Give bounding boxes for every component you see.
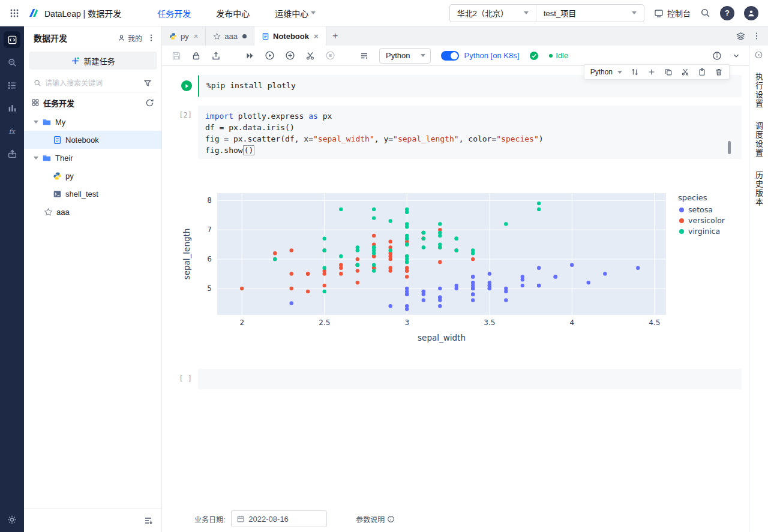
task-queue-icon[interactable] xyxy=(4,77,20,94)
search-input[interactable] xyxy=(45,79,140,88)
avatar[interactable] xyxy=(744,6,758,20)
new-tab-button[interactable]: + xyxy=(326,26,344,46)
collapse-toolbar-icon[interactable] xyxy=(732,52,740,60)
cut-cell-icon[interactable] xyxy=(305,51,315,61)
data-explore-icon[interactable] xyxy=(4,54,20,71)
tree-label: shell_test xyxy=(65,190,98,199)
runtime-label: Python [on K8s] xyxy=(464,51,519,60)
tree-item-py[interactable]: py xyxy=(24,167,161,185)
notebook-file-icon xyxy=(53,136,62,145)
legend-item: versicolor xyxy=(688,216,725,225)
filter-icon[interactable] xyxy=(143,79,152,88)
caret-down-icon xyxy=(34,121,38,124)
run-cell-button[interactable] xyxy=(181,80,192,91)
tree-label: py xyxy=(65,172,74,181)
tab-notebook[interactable]: Notebook × xyxy=(254,26,326,46)
tree-folder-their[interactable]: Their xyxy=(24,149,161,167)
tree-item-aaa[interactable]: aaa xyxy=(24,203,161,221)
y-tick-label: 5 xyxy=(207,284,212,293)
nav-release-center[interactable]: 发布中心 xyxy=(216,7,250,19)
search-icon xyxy=(34,79,41,87)
add-cell-icon[interactable] xyxy=(285,50,295,61)
chevron-down-icon xyxy=(632,11,637,14)
mine-filter-button[interactable]: 我的 xyxy=(118,33,142,43)
nav-ops-center[interactable]: 运维中心 xyxy=(275,7,316,19)
tab-history-versions[interactable]: 历史版本 xyxy=(755,171,763,207)
empty-cell-code[interactable] xyxy=(198,369,742,389)
k8s-toggle[interactable]: Python [on K8s] xyxy=(441,51,519,61)
iris-scatter-chart[interactable]: 22.533.544.55678sepal_widthsepal_lengths… xyxy=(172,180,742,343)
scrollbar-thumb[interactable] xyxy=(728,141,731,154)
data-dev-icon[interactable] xyxy=(4,31,20,48)
function-icon[interactable]: fx xyxy=(4,122,20,139)
left-icon-rail: fx xyxy=(0,26,24,532)
x-tick-label: 2.5 xyxy=(319,318,330,327)
x-tick-label: 3 xyxy=(404,318,409,327)
cell2-code[interactable]: import plotly.express as px df = px.data… xyxy=(198,106,742,159)
lock-icon[interactable] xyxy=(191,51,201,61)
code-token: install plotly xyxy=(225,81,295,90)
tab-schedule-settings[interactable]: 调度设置 xyxy=(755,122,763,158)
project-select[interactable]: test_项目 xyxy=(536,5,644,22)
region-select[interactable]: 华北2（北京） xyxy=(450,5,536,22)
business-date-label: 业务日期: xyxy=(194,514,225,524)
chevron-down-icon xyxy=(617,71,622,74)
tree-item-notebook[interactable]: Notebook xyxy=(24,131,161,149)
help-button[interactable]: ? xyxy=(720,6,734,20)
toggle-switch[interactable] xyxy=(441,51,459,61)
tab-execution-settings[interactable]: 执行设置 xyxy=(755,73,763,109)
kernel-list-icon[interactable] xyxy=(359,51,369,61)
status-dot xyxy=(549,54,553,58)
editor-tabbar: py × aaa Notebook × + xyxy=(162,26,768,46)
stop-icon[interactable] xyxy=(325,50,335,61)
kernel-ok-icon xyxy=(529,51,539,61)
settings-gear-icon[interactable] xyxy=(7,515,17,525)
delete-cell-icon[interactable] xyxy=(715,68,723,76)
folder-icon xyxy=(42,117,52,127)
close-icon[interactable]: × xyxy=(194,32,199,40)
tab-aaa[interactable]: aaa xyxy=(206,26,254,46)
close-icon[interactable]: × xyxy=(314,32,319,40)
kernel-status: Idle xyxy=(549,51,568,60)
resource-upload-icon[interactable] xyxy=(4,145,20,162)
x-axis-title: sepal_width xyxy=(418,333,466,342)
run-cell-icon[interactable] xyxy=(265,50,275,61)
tree-folder-my[interactable]: My xyxy=(24,113,161,131)
chevron-down-icon xyxy=(524,11,529,14)
apps-grid-icon[interactable] xyxy=(10,8,19,18)
tab-py[interactable]: py × xyxy=(162,26,206,46)
cut-cell-icon[interactable] xyxy=(681,68,689,76)
data-columns-icon[interactable] xyxy=(4,100,20,116)
nav-task-dev[interactable]: 任务开发 xyxy=(157,7,191,19)
cell-kernel-select[interactable]: Python xyxy=(590,68,622,76)
collapse-all-icon[interactable] xyxy=(143,516,153,525)
tree-section-title: 任务开发 xyxy=(43,97,142,109)
kernel-select[interactable]: Python xyxy=(379,48,431,64)
save-icon[interactable] xyxy=(172,51,181,61)
search-icon[interactable] xyxy=(700,8,710,18)
copy-cell-icon[interactable] xyxy=(664,68,673,76)
new-task-button[interactable]: 新建任务 xyxy=(29,52,157,70)
submit-icon[interactable] xyxy=(211,51,221,61)
add-cell-below-icon[interactable] xyxy=(647,68,656,76)
kebab-menu-icon[interactable] xyxy=(147,34,155,42)
svg-text:fx: fx xyxy=(8,128,16,136)
console-button[interactable]: 控制台 xyxy=(654,7,691,19)
business-date-input[interactable] xyxy=(231,510,327,527)
business-date-value[interactable] xyxy=(248,515,322,524)
tree-label: Their xyxy=(55,154,73,163)
python-icon xyxy=(169,32,177,40)
info-icon[interactable] xyxy=(712,51,722,61)
params-help[interactable]: 参数说明 xyxy=(356,514,395,524)
panel-collapse-icon[interactable] xyxy=(754,50,763,59)
refresh-icon[interactable] xyxy=(145,98,154,107)
paste-cell-icon[interactable] xyxy=(698,68,706,76)
run-all-icon[interactable] xyxy=(245,51,254,61)
task-tree: My Notebook Their py shell_test aaa xyxy=(24,113,161,221)
layers-icon[interactable] xyxy=(736,32,745,41)
tab-label: Notebook xyxy=(273,32,309,41)
kebab-menu-icon[interactable] xyxy=(752,32,761,40)
tree-item-shell-test[interactable]: shell_test xyxy=(24,185,161,203)
sidebar-search xyxy=(29,74,157,92)
move-cell-icon[interactable] xyxy=(631,68,639,76)
